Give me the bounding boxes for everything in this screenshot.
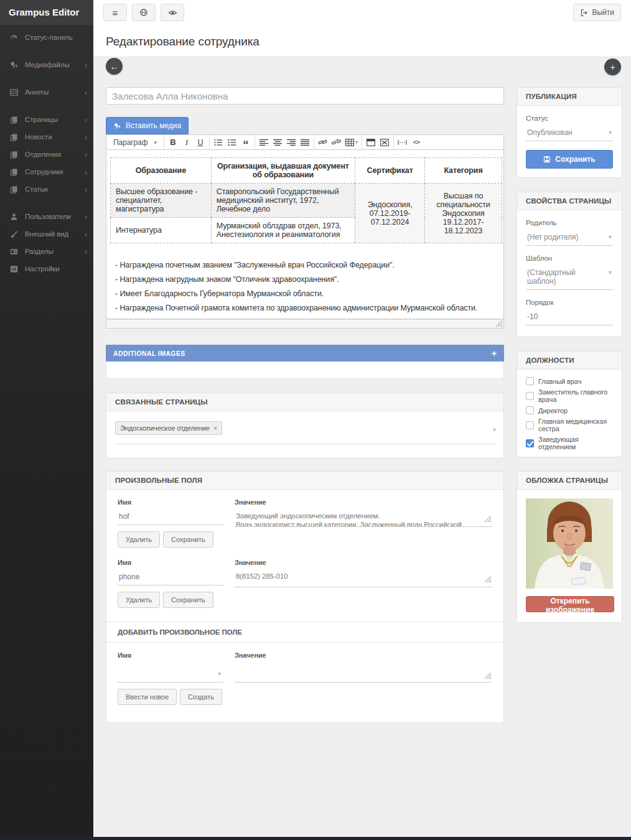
editor-paragraph: - Награждена почетным званием "Заслуженн… [115,261,500,270]
sidebar-item-media[interactable]: Медиафайлы ‹ [0,56,93,73]
field-value-textarea[interactable]: Заведующий эндоскопическим отделением. В… [235,511,492,527]
checkbox-icon [526,421,534,429]
sliders-icon [9,264,19,274]
delete-table-icon[interactable] [378,135,391,149]
add-custom-field-title: ДОБАВИТЬ ПРОИЗВОЛЬНОЕ ПОЛЕ [106,622,503,643]
resize-handle[interactable] [484,576,491,582]
insert-link-icon[interactable] [316,135,330,149]
sidebar-item-status-panel[interactable]: Статус-панель [0,29,93,46]
remove-link-icon[interactable] [330,135,344,149]
sidebar-item-news[interactable]: Новости ‹ [0,128,93,146]
sidebar-item-label: Настройки [25,265,87,273]
add-image-icon[interactable]: + [492,348,497,358]
editor-paragraph: - Награждена Почетной грамота комитета п… [115,304,500,313]
status-select[interactable]: Опубликован ▾ [526,127,613,141]
enter-new-button[interactable]: Ввести новое [118,689,177,705]
additional-images-header[interactable]: ADDITIONAL IMAGES + [106,345,504,362]
caret-down-icon[interactable]: ▾ [493,426,496,433]
sidebar-item-pages[interactable]: Страницы ‹ [0,111,93,128]
content-editor: Вставить медиа Параграф ▾ B I U “ [106,117,504,329]
editor-content-area[interactable]: Образование Организация, выдавшая докуме… [106,150,504,319]
order-input[interactable] [526,311,613,325]
new-field-value-textarea[interactable] [235,668,492,683]
page-break-icon[interactable] [396,135,409,149]
bold-button[interactable]: B [166,135,180,149]
insert-table-icon[interactable]: ▾ [344,135,360,149]
logout-button[interactable]: Выйти [573,4,621,21]
insert-media-button[interactable]: Вставить медиа [106,117,189,134]
unpin-image-button[interactable]: Открепить изображение [526,596,614,612]
site-button[interactable] [132,4,156,21]
education-table: Образование Организация, выдавшая докуме… [110,157,502,243]
remove-tag-icon[interactable]: × [213,424,217,432]
sidebar-item-label: Пользователи [25,213,85,220]
italic-button[interactable]: I [180,135,194,149]
custom-fields-title: ПРОИЗВОЛЬНЫЕ ПОЛЯ [106,472,503,490]
position-label: Главный врач [538,378,581,385]
related-pages-select-underline[interactable] [115,444,495,444]
new-field-name-select[interactable]: ▾ [118,668,223,683]
position-row-3[interactable]: Главная медицинская сестра [526,418,613,432]
field-value-textarea[interactable]: 8(8152) 285-010 [235,571,492,587]
cover-panel: ОБЛОЖКА СТРАНИЦЫ [516,471,622,623]
chevron-left-icon: ‹ [85,60,87,70]
resize-handle[interactable] [495,320,502,327]
related-page-tag[interactable]: Эндоскопическое отделение × [115,421,222,435]
sidebar-item-users[interactable]: Пользователи ‹ [0,208,93,225]
resize-handle[interactable] [484,515,491,522]
blockquote-button[interactable]: “ [239,135,253,149]
delete-field-button[interactable]: Удалить [118,592,160,608]
paragraph-format-dropdown[interactable]: Параграф ▾ [108,138,162,147]
paragraph-format-label: Параграф [113,138,147,147]
save-button[interactable]: Сохранить [526,150,613,169]
pages-icon [9,184,19,194]
sidebar-item-appearance[interactable]: Внешний вид ‹ [0,225,93,243]
custom-field-row: Имя Удалить Сохранить Значение 8(8152) 2… [106,556,503,617]
underline-button[interactable]: U [194,135,207,149]
align-right-icon[interactable] [284,135,298,149]
sidebar-nav: Статус-панель Медиафайлы ‹ Анкеты ‹ Стра… [0,25,93,278]
save-field-button[interactable]: Сохранить [163,531,213,548]
menu-toggle-button[interactable]: ≡ [103,4,127,21]
parent-select[interactable]: (Нет родителя) ▾ [526,231,613,246]
chevron-left-icon: ‹ [85,115,87,124]
chevron-left-icon: ‹ [85,150,87,159]
add-employee-button[interactable]: + [604,58,621,75]
insert-media-label: Вставить медиа [126,121,181,130]
back-button[interactable]: ← [106,58,123,75]
table-row: Высшее образование - специалитет, магист… [111,184,502,218]
sidebar-item-settings[interactable]: Настройки [0,260,93,278]
numbered-list-icon[interactable] [225,135,239,149]
field-name-input[interactable] [118,511,223,525]
position-row-0[interactable]: Главный врач [526,377,613,385]
resize-handle[interactable] [484,672,491,679]
position-row-2[interactable]: Директор [526,406,613,414]
create-button[interactable]: Создать [180,689,222,705]
source-code-button[interactable]: <> [409,135,423,149]
template-select[interactable]: (Стандартный шаблон) ▾ [526,267,613,290]
sidebar-item-sections[interactable]: Разделы ‹ [0,243,93,260]
cover-photo [526,498,613,589]
cell-education-2: Интернатура [111,218,212,243]
position-row-4[interactable]: Заведующая отделением [526,436,613,450]
delete-field-button[interactable]: Удалить [118,531,160,548]
align-center-icon[interactable] [271,135,284,149]
bullet-list-icon[interactable] [212,135,225,149]
employee-name-input[interactable] [106,87,504,105]
preview-button[interactable] [161,4,184,21]
sidebar-item-employees[interactable]: Сотрудники ‹ [0,163,93,180]
sidebar-item-departments[interactable]: Отделения ‹ [0,146,93,163]
cell-education-1: Высшее образование - специалитет, магист… [111,184,212,218]
field-name-input[interactable] [118,571,223,586]
sidebar-item-label: Внешний вид [25,230,85,238]
main-column: Вставить медиа Параграф ▾ B I U “ [106,87,504,723]
sidebar-item-forms[interactable]: Анкеты ‹ [0,83,93,101]
table-row-properties-icon[interactable] [364,135,378,149]
position-row-1[interactable]: Заместитель главного врача [526,388,613,403]
card-list-icon [9,246,19,256]
pages-icon [9,132,19,142]
align-justify-icon[interactable] [298,135,312,149]
save-field-button[interactable]: Сохранить [163,592,213,608]
align-left-icon[interactable] [257,135,271,149]
sidebar-item-articles[interactable]: Статьи ‹ [0,180,93,198]
